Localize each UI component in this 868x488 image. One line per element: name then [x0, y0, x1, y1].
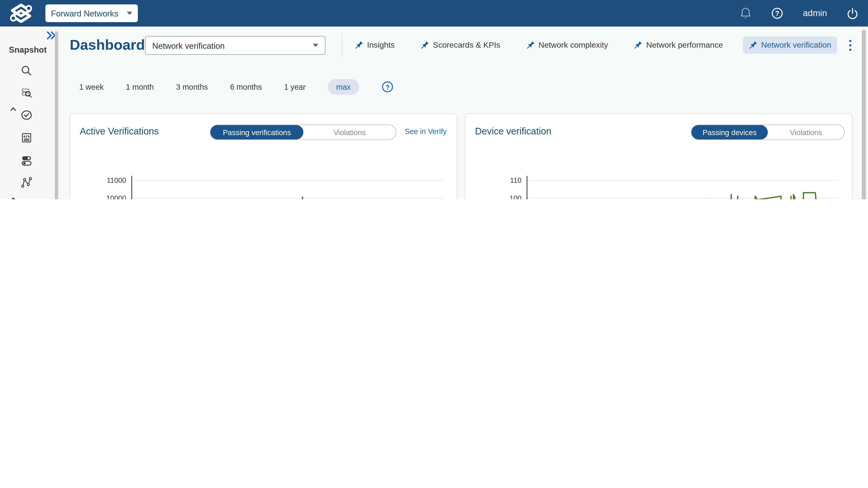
tab-network-verification[interactable]: Network verification: [743, 36, 837, 53]
org-selector-label: Forward Networks: [51, 8, 118, 18]
see-in-verify-link[interactable]: See in Verify: [405, 127, 447, 135]
search-icon[interactable]: [21, 65, 33, 77]
dashboard-select-value: Network verification: [152, 41, 225, 50]
device-verification-card: Device verification Passing devices Viol…: [465, 113, 852, 199]
card-title: Device verification: [475, 126, 551, 137]
range-1-week[interactable]: 1 week: [79, 83, 104, 91]
toggle-violations[interactable]: Violations: [303, 125, 396, 139]
tab-label: Scorecards & KPIs: [433, 40, 500, 49]
logout-power-icon[interactable]: [846, 6, 859, 20]
range-1-year[interactable]: 1 year: [284, 83, 306, 91]
topbar-actions: ? admin: [740, 0, 859, 27]
org-selector-button[interactable]: Forward Networks: [45, 4, 138, 22]
main-scrollbar[interactable]: [862, 27, 866, 199]
tab-label: Network performance: [646, 40, 723, 49]
tab-network-performance[interactable]: Network performance: [628, 36, 728, 53]
left-sidebar: Snapshot Network: [0, 27, 59, 199]
tab-scorecards-kpis[interactable]: Scorecards & KPIs: [414, 36, 506, 53]
device-verification-chart: 0102030405060708090100110May '24Jul '24S…: [466, 140, 852, 199]
verifications-toggle[interactable]: Passing verifications Violations: [210, 125, 396, 140]
sidebar-section-snapshot: Snapshot: [9, 45, 46, 54]
main-scrollbar-thumb[interactable]: [862, 30, 866, 199]
svg-text:?: ?: [775, 9, 780, 17]
collapse-security-chevron-icon[interactable]: [9, 195, 17, 199]
tab-insights[interactable]: Insights: [349, 36, 400, 53]
time-range-help-icon[interactable]: ?: [381, 81, 393, 93]
devices-toggle[interactable]: Passing devices Violations: [691, 125, 845, 140]
svg-text:110: 110: [510, 176, 522, 184]
forward-networks-logo-icon: [6, 2, 35, 24]
chevron-down-icon: [313, 43, 318, 47]
header-divider: [342, 33, 342, 57]
nqe-code-document-icon[interactable]: [21, 132, 33, 144]
feature-toggles-icon[interactable]: [21, 154, 33, 166]
top-bar: Forward Networks ? admin: [0, 0, 868, 27]
more-options-kebab[interactable]: [846, 40, 855, 51]
pin-icon: [354, 40, 364, 50]
pin-icon: [633, 40, 643, 50]
pin-icon: [526, 40, 535, 50]
toggle-passing-verifications[interactable]: Passing verifications: [211, 125, 303, 139]
range-1-month[interactable]: 1 month: [126, 83, 154, 91]
network-path-icon[interactable]: [21, 176, 33, 189]
tab-label: Network verification: [761, 40, 831, 49]
pin-icon: [420, 40, 430, 50]
notifications-bell-icon[interactable]: [740, 6, 752, 20]
tab-label: Insights: [367, 40, 395, 49]
svg-text:100: 100: [509, 194, 522, 199]
collapse-verify-chevron-icon[interactable]: [9, 105, 17, 113]
sidebar-scrollbar-thumb[interactable]: [55, 32, 58, 199]
toggle-passing-devices[interactable]: Passing devices: [691, 125, 768, 139]
help-icon[interactable]: ?: [771, 6, 784, 20]
tab-label: Network complexity: [538, 40, 608, 49]
svg-text:11000: 11000: [107, 176, 126, 184]
range-max[interactable]: max: [328, 79, 359, 95]
svg-text:10000: 10000: [106, 194, 126, 199]
user-name[interactable]: admin: [803, 8, 827, 18]
pinned-tabs: Insights Scorecards & KPIs Network compl…: [349, 32, 837, 58]
svg-text:?: ?: [385, 84, 389, 91]
sidebar-scrollbar[interactable]: [55, 29, 58, 199]
device-search-icon[interactable]: [21, 87, 33, 99]
time-range-bar: 1 week 1 month 3 months 6 months 1 year …: [79, 78, 393, 95]
toggle-violations[interactable]: Violations: [768, 125, 844, 139]
verify-check-icon[interactable]: [21, 109, 33, 121]
app-root: Forward Networks ? admin Snaps: [0, 0, 868, 199]
active-verifications-chart: 0100020003000400050006000700080009000100…: [70, 140, 457, 199]
chevron-down-icon: [127, 11, 132, 15]
range-3-months[interactable]: 3 months: [176, 83, 208, 91]
range-6-months[interactable]: 6 months: [230, 83, 262, 91]
pin-icon: [748, 40, 758, 50]
tab-network-complexity[interactable]: Network complexity: [520, 36, 614, 53]
card-title: Active Verifications: [80, 126, 159, 137]
active-verifications-card: Active Verifications Passing verificatio…: [70, 113, 457, 199]
dashboard-select[interactable]: Network verification: [145, 36, 326, 55]
page-title: Dashboard: [70, 37, 145, 54]
